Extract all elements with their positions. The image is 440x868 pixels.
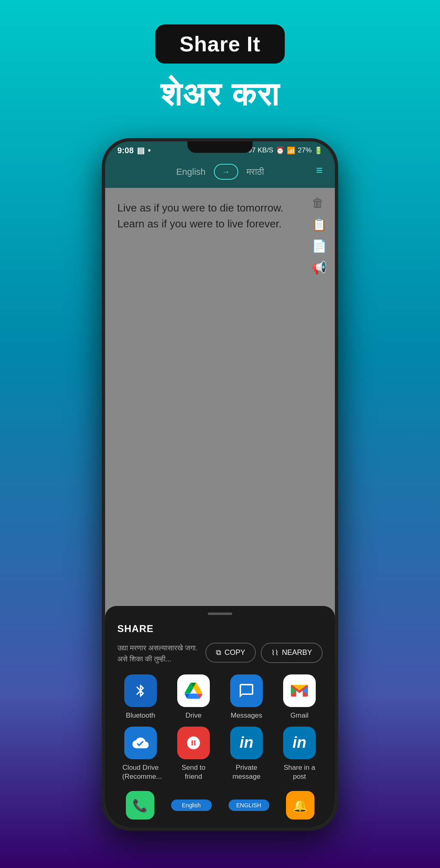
status-right: 0.07 KB/S ⏰ 📶 27% 🔋	[242, 146, 323, 155]
messages-icon	[230, 674, 263, 707]
lang-english-label: English	[176, 167, 205, 177]
app-item-gmail[interactable]: Gmail	[276, 674, 323, 720]
drive-icon	[177, 674, 210, 707]
app-item-messages[interactable]: Messages	[223, 674, 270, 720]
more-apps-row: 📞 English ENGLISH 🔔	[117, 788, 323, 820]
announce-icon[interactable]: 📢	[312, 260, 327, 275]
lang-toggle-button[interactable]: →	[214, 164, 238, 180]
app-item-drive[interactable]: Drive	[170, 674, 217, 720]
gmail-label: Gmail	[290, 711, 308, 720]
share-label: SHARE	[117, 623, 323, 634]
phone-frame: 9:08 ▤ • 0.07 KB/S ⏰ 📶 27% 🔋 English → म…	[102, 138, 338, 831]
quote-text: Live as if you were to die tomorrow. Lea…	[117, 200, 293, 232]
header-area: Share It शेअर करा	[0, 0, 440, 114]
status-time: 9:08 ▤ •	[117, 145, 151, 155]
linkedin-private-icon: in	[230, 727, 263, 759]
copy-button[interactable]: ⧉ COPY	[205, 643, 256, 663]
phone-content: 9:08 ▤ • 0.07 KB/S ⏰ 📶 27% 🔋 English → म…	[105, 141, 335, 828]
app-item-bluetooth[interactable]: Bluetooth	[117, 674, 164, 720]
cloud-drive-icon	[124, 727, 157, 759]
more-app-2[interactable]: 🔔	[286, 791, 315, 820]
gmail-icon	[283, 674, 316, 707]
send-to-friend-icon	[177, 727, 210, 759]
app-item-cloud-drive[interactable]: Cloud Drive (Recomme...	[117, 727, 164, 781]
more-app-1[interactable]: 📞	[126, 791, 154, 820]
nearby-button[interactable]: ⌇⌇ NEARBY	[261, 643, 323, 663]
share-actions-row: उद्या मरणार असल्यासारखे जगा. असे शिका की…	[117, 643, 323, 665]
copy-icon-btn: ⧉	[216, 648, 221, 657]
messages-label: Messages	[231, 711, 262, 720]
action-icons: 🗑 📋 📄 📢	[312, 196, 327, 275]
copy-label: COPY	[224, 648, 245, 657]
cloud-drive-label: Cloud Drive (Recomme...	[122, 763, 159, 781]
nearby-label: NEARBY	[282, 648, 312, 657]
bottom-nav-english2: ENGLISH	[229, 791, 269, 820]
bluetooth-icon	[124, 674, 157, 707]
app-item-send-to-friend[interactable]: Send to friend	[170, 727, 217, 781]
lang-marathi-label: मराठी	[246, 167, 264, 177]
apps-grid: Bluetooth Drive	[117, 674, 323, 781]
phone-notch	[187, 141, 253, 153]
nearby-icon: ⌇⌇	[271, 648, 279, 657]
share-text-preview: उद्या मरणार असल्यासारखे जगा. असे शिका की…	[117, 643, 199, 665]
bluetooth-label: Bluetooth	[126, 711, 155, 720]
paste-icon[interactable]: 📄	[312, 239, 327, 253]
sheet-handle	[208, 612, 232, 615]
copy-icon[interactable]: 📋	[312, 217, 327, 231]
delete-icon[interactable]: 🗑	[312, 196, 327, 210]
subtitle-marathi: शेअर करा	[161, 76, 279, 114]
linkedin-private-label: Private message	[228, 763, 265, 781]
app-title: Share It	[155, 24, 285, 64]
drive-label: Drive	[185, 711, 202, 720]
hamburger-icon[interactable]: ≡	[316, 164, 323, 177]
app-item-linkedin-private[interactable]: in Private message	[223, 727, 270, 781]
bottom-sheet: SHARE उद्या मरणार असल्यासारखे जगा. असे श…	[105, 606, 335, 828]
linkedin-post-label: Share in a post	[281, 763, 318, 781]
bottom-nav-english: English	[171, 791, 212, 820]
arrow-icon: →	[222, 167, 230, 176]
send-to-friend-label: Send to friend	[175, 763, 212, 781]
linkedin-post-icon: in	[283, 727, 316, 759]
app-item-linkedin-post[interactable]: in Share in a post	[276, 727, 323, 781]
